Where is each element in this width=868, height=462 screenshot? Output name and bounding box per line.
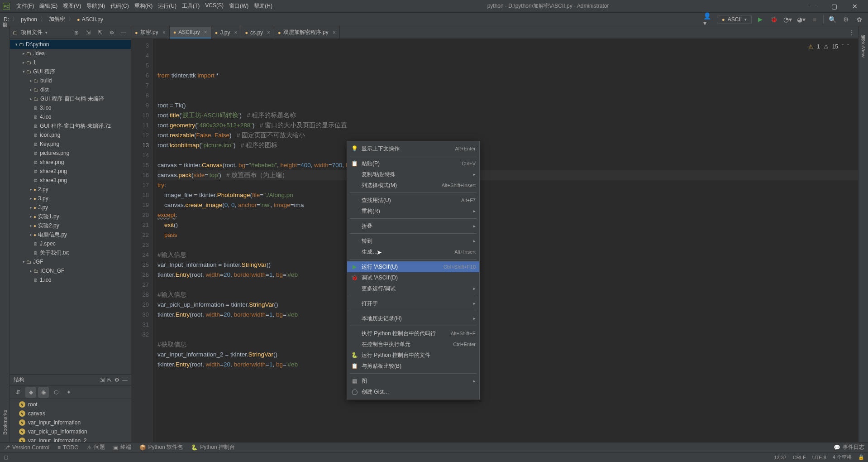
- menu-item[interactable]: 文件(F): [14, 2, 37, 10]
- collapse-icon[interactable]: ⇱: [107, 377, 112, 383]
- menu-item[interactable]: 编辑(E): [37, 2, 60, 10]
- readonly-lock-icon[interactable]: 🔒: [858, 454, 864, 460]
- context-menu-item[interactable]: 📋与剪贴板比较(B): [347, 361, 479, 371]
- tree-arrow-icon[interactable]: ▾: [21, 69, 26, 74]
- context-menu-item[interactable]: 🐍运行 Python 控制台中的文件: [347, 350, 479, 361]
- profiler-button[interactable]: ◕▾: [796, 14, 806, 24]
- tree-row[interactable]: ▸🗀.idea: [10, 49, 131, 58]
- breadcrumb[interactable]: D:〉 python〉 加解密〉 ● ASCII.py: [4, 15, 103, 23]
- tree-row[interactable]: 🗎share3.png: [10, 176, 131, 185]
- breadcrumb-drive[interactable]: D:: [4, 16, 9, 23]
- menu-item[interactable]: 代码(C): [108, 2, 132, 10]
- line-gutter[interactable]: 3456789101112131415161718192021222324252…: [131, 39, 153, 442]
- editor-tab[interactable]: ●双层加解密程序.py×: [274, 26, 340, 39]
- close-tab-icon[interactable]: ×: [204, 29, 207, 35]
- collapse-all-icon[interactable]: ⇱: [95, 29, 105, 36]
- bottom-tool-button[interactable]: 🐍Python 控制台: [191, 443, 235, 451]
- structure-item[interactable]: vroot: [10, 400, 131, 409]
- tree-row[interactable]: ▾🗀D:\python: [10, 40, 131, 49]
- menu-item[interactable]: 工具(T): [179, 2, 202, 10]
- tree-row[interactable]: ▾🗀JGF: [10, 257, 131, 266]
- tree-arrow-icon[interactable]: ▸: [28, 214, 33, 219]
- context-menu-item[interactable]: 更多运行/调试▸: [347, 283, 479, 294]
- context-menu-item[interactable]: ▶运行 'ASCII'(U)Ctrl+Shift+F10: [347, 261, 479, 272]
- tree-arrow-icon[interactable]: ▸: [28, 96, 33, 101]
- sciview-tool-tab[interactable]: SciView: [861, 37, 866, 60]
- structure-item[interactable]: vvar_Input_information: [10, 418, 131, 427]
- context-menu-item[interactable]: 转到▸: [347, 236, 479, 246]
- menu-item[interactable]: VCS(S): [202, 2, 226, 10]
- tree-row[interactable]: 🗎关于我们.txt: [10, 248, 131, 257]
- bottom-tool-button[interactable]: ⚠问题: [87, 443, 105, 451]
- locate-icon[interactable]: ⊕: [72, 29, 81, 36]
- settings-icon[interactable]: ⚙: [841, 14, 851, 24]
- tree-arrow-icon[interactable]: ▾: [21, 260, 26, 264]
- tree-row[interactable]: ▾🗀GUI 程序: [10, 67, 131, 76]
- context-menu-item[interactable]: 列选择模式(M)Alt+Shift+Insert: [347, 180, 479, 191]
- expand-icon[interactable]: ⇲: [100, 377, 105, 383]
- tree-row[interactable]: ▸●电脑信息.py: [10, 230, 131, 239]
- line-separator[interactable]: CRLF: [793, 455, 806, 460]
- close-tab-icon[interactable]: ×: [333, 29, 336, 36]
- context-menu-item[interactable]: ▦图▸: [347, 375, 479, 386]
- close-button[interactable]: ✕: [844, 0, 865, 13]
- hide-panel-icon[interactable]: —: [119, 29, 128, 36]
- notifications-tool-tab[interactable]: 通知: [860, 28, 867, 34]
- coverage-button[interactable]: ◔▾: [782, 14, 792, 24]
- tree-arrow-icon[interactable]: ▾: [14, 42, 19, 47]
- context-menu-item[interactable]: 复制/粘贴特殊▸: [347, 169, 479, 180]
- filter-icon-3[interactable]: ⬡: [51, 387, 62, 398]
- stop-button[interactable]: ■: [810, 14, 820, 24]
- context-menu-item[interactable]: 💡显示上下文操作Alt+Enter: [347, 143, 479, 154]
- event-log-button[interactable]: 💬事件日志: [834, 443, 864, 451]
- menu-item[interactable]: 重构(R): [132, 2, 156, 10]
- editor-tab[interactable]: ●cs.py×: [241, 26, 274, 39]
- project-tree[interactable]: ▾🗀D:\python▸🗀.idea▸🗀1▾🗀GUI 程序▸🗀build▸🗀di…: [10, 39, 131, 374]
- structure-list[interactable]: vrootvcanvasvvar_Input_informationvvar_p…: [10, 399, 131, 442]
- structure-item[interactable]: vvar_Input_information_2: [10, 436, 131, 442]
- close-tab-icon[interactable]: ×: [267, 29, 270, 36]
- context-menu-item[interactable]: 🐞调试 'ASCII'(D): [347, 272, 479, 283]
- menu-item[interactable]: 帮助(H): [251, 2, 275, 10]
- sort-icon[interactable]: ⇵: [13, 387, 24, 398]
- hide-icon[interactable]: —: [122, 377, 128, 383]
- tree-row[interactable]: ▸●实验2.py: [10, 221, 131, 230]
- breadcrumb-part[interactable]: 加解密: [49, 15, 65, 23]
- tree-row[interactable]: 🗎1.ico: [10, 275, 131, 284]
- context-menu-item[interactable]: 重构(R)▸: [347, 206, 479, 217]
- tree-row[interactable]: ▸●实验1.py: [10, 212, 131, 221]
- gear-icon[interactable]: ⚙: [107, 29, 116, 36]
- tabs-overflow-icon[interactable]: ⋮: [845, 29, 858, 36]
- chevron-down-icon[interactable]: ▾: [45, 30, 48, 35]
- tree-row[interactable]: 🗎share2.png: [10, 167, 131, 176]
- editor-tab[interactable]: ●ASCII.py×: [170, 27, 211, 38]
- context-menu-item[interactable]: 打开于▸: [347, 298, 479, 309]
- tree-arrow-icon[interactable]: ▸: [28, 232, 33, 237]
- tree-arrow-icon[interactable]: ▸: [21, 51, 26, 56]
- bookmarks-tool-tab[interactable]: Bookmarks: [2, 407, 8, 438]
- cursor-position[interactable]: 13:37: [774, 455, 787, 460]
- indent-setting[interactable]: 4 个空格: [833, 454, 852, 461]
- tree-row[interactable]: 🗎GUI 程序-窗口句柄-未编译.7z: [10, 121, 131, 130]
- tree-arrow-icon[interactable]: ▸: [28, 78, 33, 83]
- code-editor[interactable]: ⚠ 1 ⚠ 15 ˆ ˇ from tkinter.ttk import *ro…: [153, 39, 858, 442]
- tree-row[interactable]: 🗎pictures.png: [10, 149, 131, 158]
- breadcrumb-file[interactable]: ASCII.py: [82, 16, 103, 23]
- editor-context-menu[interactable]: 💡显示上下文操作Alt+Enter📋粘贴(P)Ctrl+V复制/粘贴特殊▸列选择…: [347, 141, 480, 399]
- context-menu-item[interactable]: 执行 Python 控制台中的代码行Alt+Shift+E: [347, 328, 479, 339]
- debug-button[interactable]: 🐞: [769, 14, 779, 24]
- filter-icon-4[interactable]: ✦: [63, 387, 74, 398]
- filter-icon-1[interactable]: ◆: [25, 387, 36, 398]
- context-menu-item[interactable]: 查找用法(U)Alt+F7: [347, 195, 479, 206]
- breadcrumb-part[interactable]: python: [21, 16, 37, 23]
- menu-item[interactable]: 导航(N): [84, 2, 108, 10]
- tree-arrow-icon[interactable]: ▸: [28, 205, 33, 210]
- tree-row[interactable]: 🗎4.ico: [10, 112, 131, 121]
- chevron-icon[interactable]: ˇ: [847, 42, 849, 52]
- tree-row[interactable]: ▸🗀ICON_GF: [10, 266, 131, 275]
- editor-tab[interactable]: ●加密.py×: [131, 26, 170, 39]
- bottom-tool-button[interactable]: 📦Python 软件包: [139, 443, 183, 451]
- context-menu-item[interactable]: 在控制台中执行单元Ctrl+Enter: [347, 339, 479, 350]
- tree-row[interactable]: 🗎Key.png: [10, 140, 131, 149]
- run-button[interactable]: ▶: [755, 14, 765, 24]
